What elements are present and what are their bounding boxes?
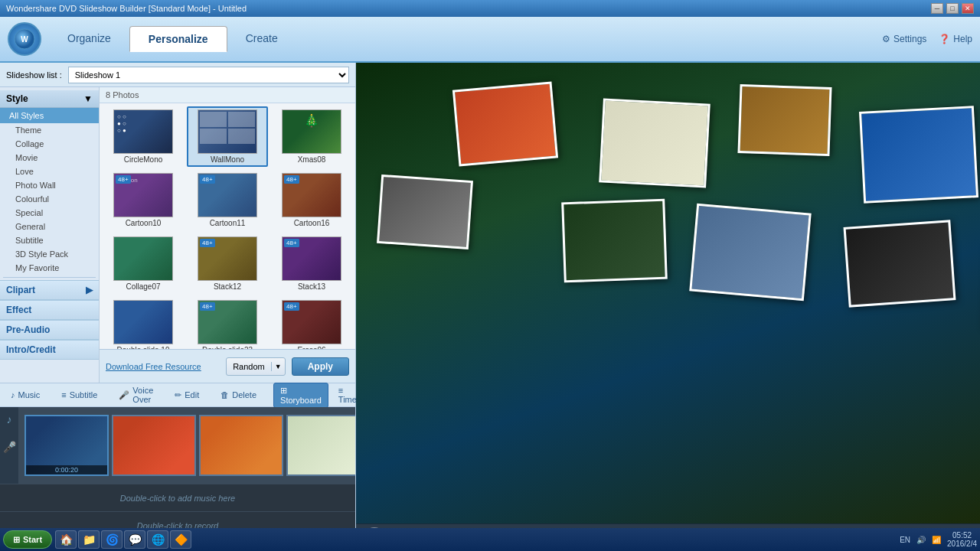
language-label: EN bbox=[900, 536, 910, 544]
preview-photo-7 bbox=[689, 204, 811, 302]
music-button[interactable]: ♪ Music bbox=[6, 389, 44, 401]
apply-button[interactable]: Apply bbox=[292, 357, 349, 376]
storyboard-view-button[interactable]: ⊞ Storyboard bbox=[273, 383, 328, 408]
pre-audio-section[interactable]: Pre-Audio bbox=[0, 320, 99, 340]
sidebar-item-collage[interactable]: Collage bbox=[0, 137, 99, 151]
slideshow-bar: Slideshow list : Slideshow 1 bbox=[0, 63, 355, 87]
tab-personalize[interactable]: Personalize bbox=[129, 26, 227, 52]
style-card-cartoon10[interactable]: 48+ cartoon 48+ Cartoon10 bbox=[103, 170, 184, 230]
taskbar-app-5[interactable]: 🔶 bbox=[170, 530, 191, 549]
style-label-circlemono: CircleMono bbox=[124, 155, 163, 164]
preview-photo-5 bbox=[377, 174, 473, 249]
style-label-stack12: Stack12 bbox=[214, 282, 241, 291]
sidebar-item-myfavorite[interactable]: My Favorite bbox=[0, 261, 99, 275]
title-bar: Wondershare DVD Slideshow Builder [Stand… bbox=[0, 0, 980, 17]
random-button[interactable]: Random ▼ bbox=[226, 357, 286, 376]
photos-count: 8 Photos bbox=[100, 87, 355, 103]
sidebar-item-subtitle[interactable]: Subtitle bbox=[0, 233, 99, 247]
sidebar-item-movie[interactable]: Movie bbox=[0, 151, 99, 165]
subtitle-button[interactable]: ≡ Subtitle bbox=[57, 389, 102, 401]
taskbar-app-2[interactable]: 🌀 bbox=[101, 530, 122, 549]
timeline-left-icons: ♪ 🎤 bbox=[0, 407, 18, 484]
style-card-cartoon11[interactable]: 48+ 48+ Cartoon11 bbox=[187, 170, 268, 230]
clipart-section[interactable]: Clipart ▶ bbox=[0, 280, 99, 300]
style-thumb-erase06: 48+ 48+ bbox=[282, 300, 341, 344]
delete-button[interactable]: 🗑 Delete bbox=[216, 389, 261, 401]
preview-photo-1 bbox=[452, 82, 558, 167]
maximize-button[interactable]: □ bbox=[946, 3, 959, 14]
style-card-doubleslide23[interactable]: 48+ 48+ Double slide23 bbox=[187, 297, 268, 349]
style-card-collage07[interactable]: Collage07 bbox=[103, 233, 184, 294]
record-track-icon: 🎤 bbox=[3, 441, 16, 453]
taskbar-right: EN 🔊 📶 05:52 2016/2/4 bbox=[900, 531, 977, 548]
style-label-cartoon10: Cartoon10 bbox=[126, 219, 162, 227]
style-label-cartoon11: Cartoon11 bbox=[210, 219, 246, 227]
random-dropdown-icon[interactable]: ▼ bbox=[272, 363, 285, 370]
taskbar-app-4[interactable]: 🌐 bbox=[147, 530, 168, 549]
voice-over-button[interactable]: 🎤 Voice Over bbox=[114, 384, 158, 406]
thumb-badge-stack13: 48+ bbox=[284, 239, 299, 247]
tab-create[interactable]: Create bbox=[227, 26, 296, 52]
taskbar-app-1[interactable]: 📁 bbox=[78, 530, 100, 549]
sidebar-item-special[interactable]: Special bbox=[0, 206, 99, 220]
thumb-badge-stack12: 48+ bbox=[200, 239, 215, 247]
sidebar-item-3dstyle[interactable]: 3D Style Pack bbox=[0, 247, 99, 261]
taskbar-app-3[interactable]: 💬 bbox=[124, 530, 145, 549]
taskbar-apps: 🏠 📁 🌀 💬 🌐 🔶 bbox=[55, 530, 191, 549]
storyboard-item-2[interactable] bbox=[199, 415, 283, 476]
slideshow-select[interactable]: Slideshow 1 bbox=[68, 67, 349, 83]
minimize-button[interactable]: ─ bbox=[931, 3, 943, 14]
taskbar-app-0[interactable]: 🏠 bbox=[55, 530, 77, 549]
preview-photo-8 bbox=[844, 220, 956, 308]
sidebar-item-love[interactable]: Love bbox=[0, 165, 99, 178]
start-button[interactable]: ⊞ Start bbox=[3, 530, 52, 549]
style-card-cartoon16[interactable]: 48+ 48+ Cartoon16 bbox=[271, 170, 352, 230]
help-button[interactable]: ❓ Help bbox=[939, 34, 972, 44]
style-grid-container[interactable]: ○ ○● ○○ ● CircleMono bbox=[100, 103, 355, 349]
storyboard-item-3[interactable] bbox=[286, 415, 355, 476]
style-card-wallmono[interactable]: WallMono bbox=[187, 106, 268, 167]
sidebar-item-theme[interactable]: Theme bbox=[0, 123, 99, 137]
network-icon: 📶 bbox=[932, 536, 941, 544]
volume-icon: 🔊 bbox=[916, 536, 926, 544]
app-title: Wondershare DVD Slideshow Builder [Stand… bbox=[6, 4, 247, 13]
edit-icon: ✏ bbox=[175, 390, 181, 400]
sidebar-item-photowall[interactable]: Photo Wall bbox=[0, 178, 99, 192]
style-thumb-collage07 bbox=[113, 236, 173, 281]
style-card-stack13[interactable]: 48+ 48+ Stack13 bbox=[271, 233, 352, 294]
storyboard-item-0[interactable]: 0:00:20 bbox=[24, 415, 109, 476]
sidebar-item-all-styles[interactable]: All Styles bbox=[0, 108, 99, 123]
download-link[interactable]: Download Free Resource bbox=[106, 362, 201, 371]
settings-button[interactable]: ⚙ Settings bbox=[882, 34, 926, 44]
effect-section[interactable]: Effect bbox=[0, 300, 99, 320]
style-card-doubleslide19[interactable]: Double slide 19 bbox=[103, 297, 184, 349]
storyboard-item-1[interactable] bbox=[112, 415, 196, 476]
style-thumb-cartoon11: 48+ 48+ bbox=[198, 173, 257, 217]
subtitle-icon: ≡ bbox=[61, 390, 66, 399]
style-card-circlemono[interactable]: ○ ○● ○○ ● CircleMono bbox=[103, 106, 184, 167]
sidebar-item-colourful[interactable]: Colourful bbox=[0, 192, 99, 206]
left-content: Style ▼ All Styles Theme Collage Movie L… bbox=[0, 87, 355, 383]
timeline-icon: ≡ bbox=[338, 386, 343, 395]
music-add-row[interactable]: Double-click to add music here bbox=[0, 484, 355, 511]
style-card-xmas08[interactable]: 🎄 Xmas08 bbox=[271, 106, 352, 167]
taskbar: ⊞ Start 🏠 📁 🌀 💬 🌐 🔶 EN 🔊 📶 05:52 2016/2/… bbox=[0, 528, 980, 551]
style-thumb-doubleslide19 bbox=[113, 300, 173, 344]
style-thumb-cartoon16: 48+ 48+ bbox=[282, 173, 341, 217]
style-sidebar: Style ▼ All Styles Theme Collage Movie L… bbox=[0, 87, 100, 383]
style-card-stack12[interactable]: 48+ 48+ Stack12 bbox=[187, 233, 268, 294]
storyboard-row[interactable]: 0:00:20 bbox=[18, 407, 355, 484]
style-thumb-doubleslide23: 48+ 48+ bbox=[198, 300, 257, 344]
right-panel: ▶ ■ 00:00:00 / 00:00:52 4:3 bbox=[356, 63, 980, 551]
close-button[interactable]: ✕ bbox=[962, 3, 974, 14]
intro-credit-section[interactable]: Intro/Credit bbox=[0, 340, 99, 360]
style-header[interactable]: Style ▼ bbox=[0, 90, 99, 108]
style-thumb-xmas08: 🎄 bbox=[282, 109, 341, 154]
style-card-erase06[interactable]: 48+ 48+ Erase06 bbox=[271, 297, 352, 349]
style-thumb-circlemono: ○ ○● ○○ ● bbox=[113, 109, 173, 154]
sidebar-item-general[interactable]: General bbox=[0, 220, 99, 233]
edit-button[interactable]: ✏ Edit bbox=[170, 389, 204, 402]
action-bar: Download Free Resource Random ▼ Apply bbox=[100, 349, 355, 383]
window-controls[interactable]: ─ □ ✕ bbox=[931, 3, 974, 14]
tab-organize[interactable]: Organize bbox=[49, 26, 129, 52]
